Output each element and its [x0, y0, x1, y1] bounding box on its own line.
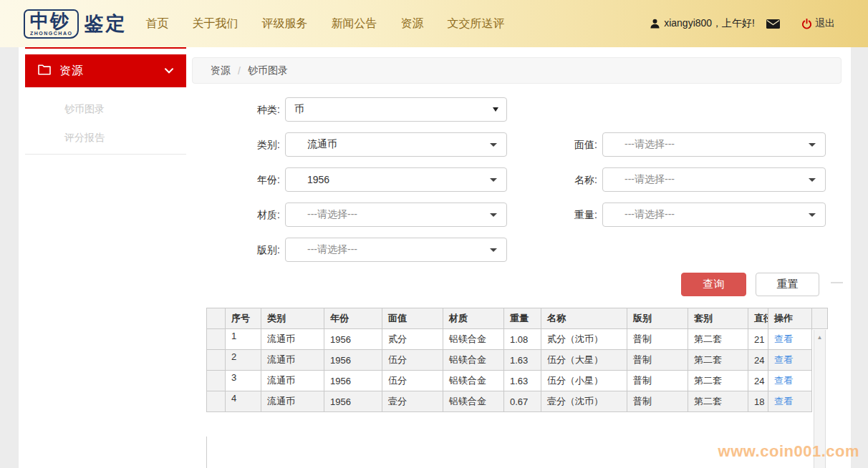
- view-link[interactable]: 查看: [774, 375, 793, 386]
- filter-row: 类别:流通币: [246, 132, 507, 157]
- filter-select[interactable]: ---请选择---: [285, 238, 507, 262]
- sidebar-item[interactable]: 评分报告: [25, 123, 186, 152]
- table-cell: 普制: [627, 350, 688, 371]
- table-cell: 铝镁合金: [443, 391, 504, 412]
- table-cell: 壹分: [382, 391, 443, 412]
- logo-sub-text: ZHONGCHAO: [30, 31, 72, 36]
- nav-item[interactable]: 新闻公告: [331, 16, 377, 31]
- column-header: 材质: [443, 308, 504, 329]
- filter-row: 种类:币: [246, 97, 507, 122]
- table-cell: 1.63: [504, 371, 541, 391]
- table-cell: 1956: [324, 350, 382, 371]
- filter-select-value: ---请选择---: [625, 208, 675, 221]
- filter-select[interactable]: ---请选择---: [602, 132, 826, 157]
- filter-label: 类别:: [246, 132, 280, 157]
- table-cell: 第二套: [688, 329, 748, 350]
- column-header: 重量: [504, 308, 541, 329]
- chevron-down-icon: [490, 213, 497, 217]
- filter-column-right: 面值:---请选择---名称:---请选择---重量:---请选择---: [563, 132, 826, 238]
- table-cell: 铝镁合金: [443, 350, 504, 371]
- table-cell: 18: [748, 391, 768, 412]
- filter-select[interactable]: ---请选择---: [602, 167, 826, 192]
- filter-select[interactable]: ---请选择---: [602, 203, 826, 227]
- column-header: 操作: [768, 308, 812, 329]
- nav-item[interactable]: 评级服务: [261, 16, 307, 31]
- table-cell: 1956: [324, 371, 382, 391]
- filter-label: 版别:: [246, 238, 280, 262]
- filter-label: 种类:: [246, 97, 280, 122]
- column-header: 类别: [261, 308, 324, 329]
- table-cell: 贰分: [382, 329, 443, 350]
- nav-item[interactable]: 文交所送评: [447, 16, 504, 31]
- row-handle-cell: [207, 371, 226, 391]
- filter-select[interactable]: 1956: [285, 167, 507, 192]
- power-icon: [801, 19, 812, 29]
- filter-select[interactable]: 流通币: [285, 132, 507, 157]
- logout-button[interactable]: 退出: [801, 17, 835, 30]
- column-header: 面值: [382, 308, 443, 329]
- view-link[interactable]: 查看: [774, 354, 793, 365]
- action-cell: 查看: [768, 391, 812, 412]
- scrollbar-dash: [831, 282, 843, 283]
- table-cell: 4: [226, 391, 261, 412]
- table-left-border: [206, 437, 207, 468]
- table-cell: 伍分（小星）: [541, 371, 627, 391]
- results-table: 序号类别年份面值材质重量名称版别套别直径操作 1流通币1956贰分铝镁合金1.0…: [206, 308, 812, 412]
- filter-select-value: ---请选择---: [625, 173, 675, 186]
- filter-label: 名称:: [563, 167, 597, 192]
- folder-icon: [38, 64, 51, 78]
- sidebar-item[interactable]: 钞币图录: [25, 94, 186, 123]
- mail-icon[interactable]: [766, 19, 780, 29]
- filter-label: 材质:: [246, 203, 280, 227]
- table-cell: 24: [748, 371, 768, 391]
- nav-item[interactable]: 资源: [400, 16, 423, 31]
- filter-label: 面值:: [563, 132, 597, 157]
- table-cell: 2: [226, 350, 261, 371]
- filter-select[interactable]: 币: [285, 97, 507, 122]
- table-cell: 伍分: [382, 371, 443, 391]
- table-cell: 流通币: [261, 391, 324, 412]
- chevron-down-icon: [493, 107, 498, 112]
- column-header: 直径: [748, 308, 768, 329]
- view-link[interactable]: 查看: [774, 333, 793, 344]
- nav-item[interactable]: 首页: [145, 16, 168, 31]
- user-area: xiangyi800，上午好! 退出: [650, 17, 868, 30]
- sidebar-menu: 钞币图录评分报告: [25, 94, 186, 155]
- breadcrumb: 资源 / 钞币图录: [192, 57, 842, 84]
- table-cell: 铝镁合金: [443, 329, 504, 350]
- reset-button[interactable]: 重置: [756, 273, 819, 296]
- action-cell: 查看: [768, 350, 812, 371]
- column-header: [207, 308, 226, 329]
- table-header-row: 序号类别年份面值材质重量名称版别套别直径操作: [207, 308, 812, 329]
- column-header: 序号: [226, 308, 261, 329]
- breadcrumb-item-current: 钞币图录: [248, 64, 288, 77]
- filter-select[interactable]: ---请选择---: [285, 203, 507, 227]
- breadcrumb-item[interactable]: 资源: [211, 64, 231, 77]
- filter-select-value: 流通币: [307, 138, 337, 151]
- table-cell: 3: [226, 371, 261, 391]
- table-cell: 第二套: [688, 350, 748, 371]
- chevron-down-icon: [809, 143, 816, 147]
- table-cell: 铝镁合金: [443, 371, 504, 391]
- chevron-down-icon: [165, 68, 173, 74]
- filter-row: 年份:1956: [246, 167, 507, 192]
- table-row: 1流通币1956贰分铝镁合金1.08贰分（沈币）普制第二套21查看: [207, 329, 812, 350]
- view-link[interactable]: 查看: [774, 396, 793, 406]
- site-logo[interactable]: 中钞 ZHONGCHAO 鉴定: [24, 9, 127, 39]
- filter-row: 重量:---请选择---: [563, 203, 826, 227]
- table-cell: 普制: [627, 391, 688, 412]
- scroll-up-arrow-icon[interactable]: ▲: [814, 334, 825, 341]
- nav-item[interactable]: 关于我们: [192, 16, 238, 31]
- table-row: 2流通币1956伍分铝镁合金1.63伍分（大星）普制第二套24查看: [207, 350, 812, 371]
- sidebar-header[interactable]: 资源: [25, 54, 186, 87]
- filter-select-value: 币: [294, 103, 304, 116]
- table-body: 1流通币1956贰分铝镁合金1.08贰分（沈币）普制第二套21查看2流通币195…: [207, 329, 812, 412]
- table-cell: 伍分（大星）: [541, 350, 627, 371]
- filter-select-value: 1956: [307, 174, 329, 185]
- query-button[interactable]: 查询: [681, 273, 746, 296]
- chevron-down-icon: [809, 178, 816, 182]
- filter-select-value: ---请选择---: [307, 208, 357, 221]
- table-cell: 第二套: [688, 391, 748, 412]
- table-cell: 1.08: [504, 329, 541, 350]
- table-row: 4流通币1956壹分铝镁合金0.67壹分（沈币）普制第二套18查看: [207, 391, 812, 412]
